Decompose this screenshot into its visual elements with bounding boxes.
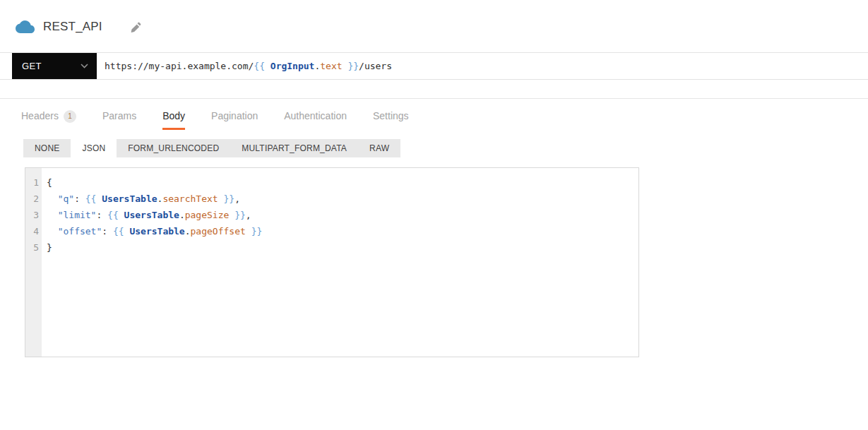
code-token-key: "offset" bbox=[58, 226, 102, 237]
code-token-brace: {{ bbox=[113, 226, 129, 237]
tab-label: Authentication bbox=[284, 109, 347, 123]
code-token-key: "q" bbox=[58, 193, 74, 204]
line-number: 5 bbox=[25, 239, 42, 256]
code-line[interactable]: "q": {{ UsersTable.searchText }}, bbox=[47, 191, 638, 207]
method-label: GET bbox=[22, 61, 42, 71]
code-token-plain: . bbox=[179, 210, 185, 220]
body-type-tab-form_urlencoded[interactable]: FORM_URLENCODED bbox=[117, 139, 230, 157]
tab-label: Params bbox=[102, 109, 136, 123]
body-type-tabs: NONEJSONFORM_URLENCODEDMULTIPART_FORM_DA… bbox=[23, 139, 400, 157]
line-number: 3 bbox=[25, 207, 42, 223]
line-numbers-gutter: 12345 bbox=[25, 168, 42, 357]
chevron-down-icon bbox=[81, 64, 88, 68]
tab-label: Settings bbox=[373, 109, 409, 123]
code-token-plain bbox=[47, 193, 58, 204]
code-token-plain: https://my-api.example.com/ bbox=[105, 61, 254, 71]
code-token-brace: {{ bbox=[254, 61, 270, 71]
code-line[interactable]: "limit": {{ UsersTable.pageSize }}, bbox=[47, 207, 638, 223]
code-line[interactable]: { bbox=[47, 174, 638, 191]
code-token-plain: : bbox=[96, 210, 107, 220]
tab-authentication[interactable]: Authentication bbox=[284, 109, 347, 130]
code-token-brace: }} bbox=[218, 193, 234, 204]
code-token-entity: OrgInput bbox=[270, 61, 315, 71]
code-token-entity: UsersTable bbox=[124, 210, 179, 220]
code-token-entity: UsersTable bbox=[102, 193, 157, 204]
api-header: REST_API bbox=[16, 18, 141, 36]
code-token-brace: }} bbox=[229, 210, 245, 220]
code-token-property: searchText bbox=[162, 193, 218, 204]
method-dropdown[interactable]: GET bbox=[12, 53, 97, 79]
code-token-brace: }} bbox=[343, 61, 359, 71]
line-number: 1 bbox=[25, 174, 42, 191]
code-token-plain bbox=[47, 210, 58, 220]
url-input[interactable]: https://my-api.example.com/{{ OrgInput.t… bbox=[97, 53, 868, 79]
body-type-tab-raw[interactable]: RAW bbox=[358, 139, 400, 157]
section-separator bbox=[0, 98, 868, 99]
tab-settings[interactable]: Settings bbox=[373, 109, 409, 130]
tab-label: Body bbox=[162, 109, 185, 123]
code-line[interactable]: } bbox=[47, 239, 638, 256]
code-token-plain: } bbox=[47, 242, 52, 253]
code-token-entity: UsersTable bbox=[129, 226, 184, 237]
body-type-tab-json[interactable]: JSON bbox=[71, 139, 117, 157]
cloud-icon bbox=[16, 20, 35, 34]
code-token-plain: , bbox=[246, 210, 251, 220]
code-token-plain: : bbox=[102, 226, 113, 237]
pencil-icon[interactable] bbox=[131, 22, 141, 32]
body-type-tab-none[interactable]: NONE bbox=[23, 139, 71, 157]
tab-headers[interactable]: Headers1 bbox=[21, 109, 76, 130]
line-number: 2 bbox=[25, 191, 42, 207]
code-token-key: "limit" bbox=[58, 210, 97, 220]
code-token-plain: . bbox=[314, 61, 320, 71]
request-tabs: Headers1ParamsBodyPaginationAuthenticati… bbox=[21, 109, 409, 130]
code-token-plain: . bbox=[185, 226, 191, 237]
code-token-brace: }} bbox=[246, 226, 262, 237]
code-token-property: text bbox=[320, 61, 342, 71]
tab-pagination[interactable]: Pagination bbox=[211, 109, 258, 130]
code-token-plain bbox=[47, 226, 58, 237]
tab-params[interactable]: Params bbox=[102, 109, 136, 130]
code-token-plain: { bbox=[47, 177, 52, 188]
body-type-tab-multipart_form_data[interactable]: MULTIPART_FORM_DATA bbox=[230, 139, 358, 157]
code-token-property: pageOffset bbox=[191, 226, 246, 237]
code-token-property: pageSize bbox=[185, 210, 230, 220]
line-number: 4 bbox=[25, 223, 42, 239]
code-area[interactable]: { "q": {{ UsersTable.searchText }}, "lim… bbox=[42, 168, 638, 357]
code-token-plain: : bbox=[74, 193, 85, 204]
body-editor[interactable]: 12345 { "q": {{ UsersTable.searchText }}… bbox=[25, 167, 639, 357]
tab-label: Pagination bbox=[211, 109, 258, 123]
tab-label: Headers bbox=[21, 109, 59, 123]
code-token-plain: , bbox=[234, 193, 240, 204]
url-bar: GET https://my-api.example.com/{{ OrgInp… bbox=[0, 52, 868, 80]
headers-count-badge: 1 bbox=[64, 110, 76, 123]
code-token-brace: {{ bbox=[107, 210, 124, 220]
code-token-brace: {{ bbox=[85, 193, 102, 204]
code-token-plain: /users bbox=[359, 61, 392, 71]
page-title: REST_API bbox=[43, 20, 102, 34]
code-line[interactable]: "offset": {{ UsersTable.pageOffset }} bbox=[47, 223, 638, 239]
tab-body[interactable]: Body bbox=[162, 109, 185, 130]
